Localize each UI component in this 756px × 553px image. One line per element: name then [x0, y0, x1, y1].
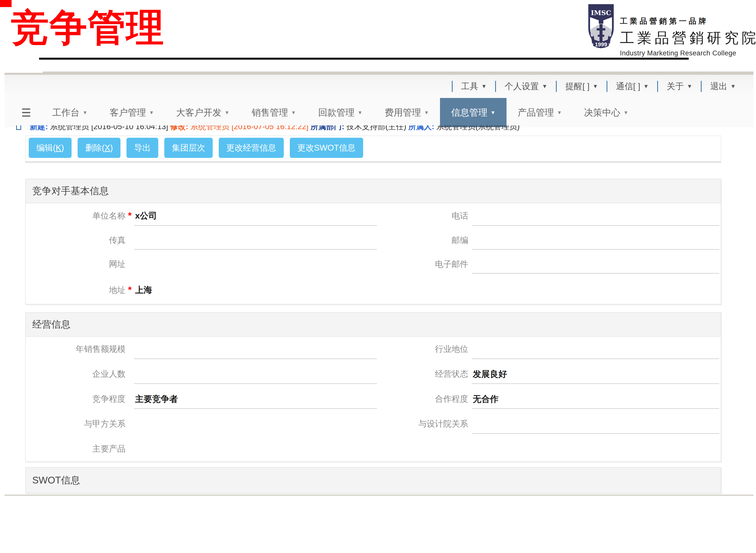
record-meta-segment: 所属部门:	[311, 126, 344, 132]
nav-item-5[interactable]: 费用管理▼	[373, 98, 440, 127]
field-input[interactable]	[472, 252, 719, 276]
logo-name-cn: 工業品營銷研究院	[620, 28, 756, 48]
field-input[interactable]	[134, 411, 377, 437]
nav-item-label: 回款管理	[318, 106, 355, 119]
topbar-item-label: 工具	[461, 81, 478, 92]
caret-down-icon: ▼	[224, 110, 229, 115]
field-label: 合作程度	[377, 387, 468, 411]
caret-down-icon: ▼	[481, 83, 487, 90]
field-input[interactable]	[472, 337, 719, 362]
field-cell: 传真	[26, 228, 377, 252]
bottom-divider	[5, 494, 753, 496]
required-asterisk	[468, 387, 472, 411]
field-input[interactable]: 发展良好	[472, 362, 719, 387]
field-input[interactable]: 无合作	[472, 387, 719, 411]
nav-item-7[interactable]: 产品管理▼	[506, 98, 573, 127]
required-asterisk: *	[126, 276, 134, 304]
field-input[interactable]	[472, 228, 719, 252]
topbar-separator	[607, 81, 607, 92]
field-value: 无合作	[473, 393, 498, 405]
caret-down-icon: ▼	[542, 83, 547, 90]
nav-item-8[interactable]: 决策中心▼	[573, 98, 639, 127]
field-input[interactable]	[472, 203, 719, 228]
nav-item-1[interactable]: 客户管理▼	[98, 98, 165, 127]
caret-down-icon: ▼	[291, 110, 296, 115]
field-value: 主要竞争者	[135, 393, 178, 405]
menu-icon[interactable]: ☰	[15, 98, 38, 127]
section-2: SWOT信息	[25, 467, 721, 493]
action-button-5[interactable]: 更改SWOT信息	[290, 138, 363, 158]
field-label: 行业地位	[377, 337, 468, 362]
field-label: 经营状态	[377, 362, 468, 387]
field-input[interactable]: x公司	[134, 203, 377, 228]
field-cell: 单位名称*x公司	[26, 203, 377, 228]
record-meta-line-clipped: 新建:系统管理员 [2016-05-10 16:04:13]修改:系统管理员 […	[16, 126, 742, 132]
caret-down-icon: ▼	[557, 110, 562, 115]
caret-down-icon: ▼	[623, 110, 628, 115]
required-asterisk	[126, 337, 134, 362]
field-cell: 主要产品	[26, 437, 377, 461]
field-cell: 网址	[26, 252, 377, 276]
nav-item-4[interactable]: 回款管理▼	[307, 98, 374, 127]
topbar-item-0[interactable]: 工具▼	[454, 81, 494, 92]
action-button-1[interactable]: 删除(X)	[78, 138, 121, 158]
field-input[interactable]	[472, 411, 719, 437]
field-input[interactable]: 上海	[134, 276, 377, 304]
field-cell: 年销售额规模	[26, 337, 377, 362]
topbar-item-3[interactable]: 通信[ ]▼	[608, 81, 656, 92]
top-utility-menu: 工具▼个人设置▼提醒[ ]▼通信[ ]▼关于▼退出▼	[5, 75, 753, 98]
title-underline	[39, 58, 689, 60]
field-row: 竞争程度主要竞争者合作程度无合作	[26, 387, 721, 411]
nav-item-label: 产品管理	[518, 106, 554, 119]
topbar-separator	[556, 81, 557, 92]
caret-down-icon: ▼	[643, 83, 649, 90]
field-label: 传真	[26, 228, 126, 252]
field-label: 与设计院关系	[377, 411, 468, 437]
field-input[interactable]	[134, 252, 377, 276]
section-1: 经营信息年销售额规模行业地位企业人数经营状态发展良好竞争程度主要竞争者合作程度无…	[25, 312, 721, 462]
field-input[interactable]: 主要竞争者	[134, 387, 377, 411]
field-label: 邮编	[377, 228, 468, 252]
action-button-4[interactable]: 更改经营信息	[219, 138, 284, 158]
action-button-0[interactable]: 编辑(K)	[29, 138, 72, 158]
action-button-2[interactable]: 导出	[127, 138, 158, 158]
caret-down-icon: ▼	[593, 83, 598, 90]
required-asterisk	[468, 228, 472, 252]
section-header: 竞争对手基本信息	[26, 179, 721, 203]
topbar-item-label: 个人设置	[504, 81, 539, 92]
nav-item-label: 费用管理	[385, 106, 421, 119]
record-icon	[16, 126, 21, 130]
nav-item-2[interactable]: 大客户开发▼	[165, 98, 240, 127]
topbar-item-2[interactable]: 提醒[ ]▼	[558, 81, 606, 92]
field-input[interactable]	[134, 337, 377, 362]
field-cell: 经营状态发展良好	[377, 362, 721, 387]
window-chrome-strip	[43, 72, 753, 75]
field-cell: 电话	[377, 203, 721, 228]
field-input[interactable]	[134, 228, 377, 252]
topbar-item-1[interactable]: 个人设置▼	[497, 81, 555, 92]
field-input[interactable]	[134, 362, 377, 387]
nav-item-0[interactable]: 工作台▼	[41, 98, 98, 127]
nav-item-label: 工作台	[52, 106, 79, 119]
main-nav: ☰ 工作台▼客户管理▼大客户开发▼销售管理▼回款管理▼费用管理▼信息管理▼产品管…	[5, 98, 753, 127]
field-input[interactable]	[134, 437, 377, 461]
required-asterisk	[126, 362, 134, 387]
topbar-separator	[452, 81, 453, 92]
field-cell: 与甲方关系	[26, 411, 377, 437]
topbar-item-4[interactable]: 关于▼	[659, 81, 700, 92]
record-meta-segment: 技术支持部(主任)	[346, 126, 406, 132]
required-asterisk: *	[126, 203, 134, 228]
topbar-item-label: 关于	[667, 81, 684, 92]
field-label: 与甲方关系	[26, 411, 126, 437]
topbar-item-label: 提醒[ ]	[565, 81, 590, 92]
nav-item-3[interactable]: 销售管理▼	[240, 98, 307, 127]
imsc-shield-icon: IMSC 1999	[588, 4, 614, 50]
record-meta-segment: 所属人:	[408, 126, 434, 132]
required-asterisk	[126, 437, 134, 461]
topbar-item-5[interactable]: 退出▼	[703, 81, 743, 92]
imsc-logo: IMSC 1999 工業品營銷第一品牌 工業品營銷研究院 Industry Ma…	[588, 4, 756, 57]
action-button-3[interactable]: 集团层次	[164, 138, 213, 158]
page: 竞争管理 IMSC 1999 工業品營銷第一品牌 工業品營銷研究院 Indust…	[0, 0, 756, 553]
field-value: x公司	[135, 210, 157, 222]
nav-item-6[interactable]: 信息管理▼	[440, 98, 506, 127]
